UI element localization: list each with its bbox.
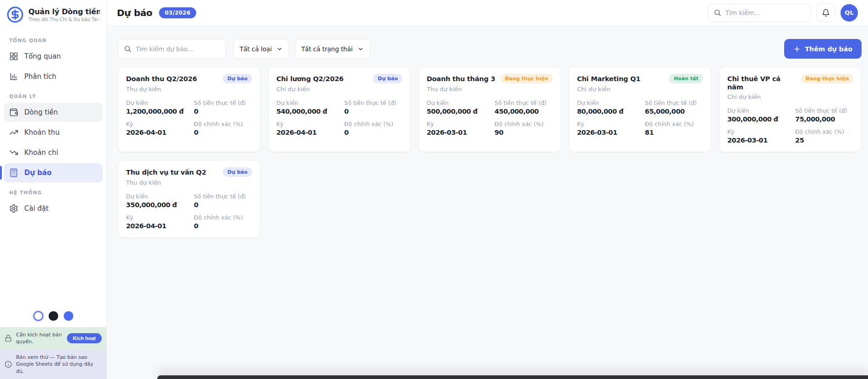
- expected-value: 300,000,000 đ: [727, 115, 792, 123]
- actual-value: 75,000,000: [795, 115, 853, 123]
- expected-label: Dự kiến: [126, 193, 191, 200]
- forecast-card[interactable]: Thu dịch vụ tư vấn Q2 Dự báo Thu dự kiến…: [118, 160, 260, 238]
- bar-chart-icon: [9, 72, 18, 81]
- grid-icon: [9, 52, 18, 61]
- forecast-card[interactable]: Chi lương Q2/2026 Dự báo Chi dự kiến Dự …: [268, 66, 411, 152]
- forecast-card[interactable]: Doanh thu Q2/2026 Dự báo Thu dự kiến Dự …: [118, 66, 260, 152]
- forecast-search-input[interactable]: [136, 45, 220, 53]
- chevron-down-icon: [276, 46, 283, 52]
- theme-swatch-dark[interactable]: [49, 311, 58, 321]
- forecast-card-title: Chi Marketing Q1: [577, 74, 640, 83]
- forecast-card-subtitle: Thu dự kiến: [126, 86, 252, 93]
- calculator-icon: [9, 168, 18, 177]
- search-icon: [714, 9, 721, 16]
- add-forecast-button-label: Thêm dự báo: [805, 45, 852, 53]
- sidebar-item-label: Dự báo: [24, 169, 52, 177]
- forecast-card[interactable]: Doanh thu tháng 3 Đang thực hiện Thu dự …: [418, 66, 561, 152]
- app-title: Quản lý Dòng tiền: [28, 7, 100, 16]
- sidebar-item-label: Khoản thu: [24, 128, 60, 137]
- sidebar-item-dong-tien[interactable]: Dòng tiền: [4, 103, 103, 122]
- forecast-card-title: Thu dịch vụ tư vấn Q2: [126, 167, 206, 176]
- period-badge: 03/2026: [159, 7, 197, 18]
- accuracy-value: 0: [194, 129, 252, 136]
- status-filter-select[interactable]: Tất cả trạng thái: [295, 39, 370, 59]
- background-window-edge: [157, 375, 868, 379]
- sidebar-item-tong-quan[interactable]: Tổng quan: [4, 47, 103, 66]
- accuracy-label: Độ chính xác (%): [194, 121, 252, 127]
- type-filter-value: Tất cả loại: [240, 45, 272, 53]
- forecast-status-badge: Hoàn tất: [669, 74, 703, 83]
- actual-value: 0: [194, 201, 252, 209]
- period-value: 2026-04-01: [126, 129, 191, 136]
- activate-button[interactable]: Kích hoạt: [67, 333, 102, 343]
- forecast-card-subtitle: Chi dự kiến: [276, 86, 402, 93]
- period-value: 2026-03-01: [727, 137, 792, 144]
- period-label: Kỳ: [427, 121, 492, 127]
- actual-value: 65,000,000: [645, 108, 703, 115]
- sidebar-item-khoan-thu[interactable]: Khoản thu: [4, 123, 103, 142]
- period-label: Kỳ: [727, 128, 792, 135]
- expected-value: 350,000,000 đ: [126, 201, 191, 209]
- accuracy-value: 90: [494, 129, 553, 136]
- page-title: Dự báo: [117, 7, 153, 18]
- forecast-status-badge: Dự báo: [223, 167, 252, 177]
- global-search-input[interactable]: [725, 9, 805, 16]
- theme-swatch-light[interactable]: [33, 311, 43, 321]
- actual-label: Số tiền thực tế (đ): [795, 107, 853, 114]
- wallet-icon: [9, 108, 18, 117]
- period-label: Kỳ: [577, 121, 642, 127]
- forecast-card-title: Doanh thu Q2/2026: [126, 74, 197, 83]
- app-window: Quản lý Dòng tiền Theo dõi Thu Chi & Dự …: [0, 0, 868, 379]
- forecast-status-badge: Đang thực hiện: [801, 74, 853, 83]
- sidebar-item-cai-dat[interactable]: Cài đặt: [4, 199, 103, 218]
- sidebar-item-label: Dòng tiền: [24, 108, 58, 116]
- info-icon: [5, 361, 12, 368]
- dollar-circle-logo-icon: [6, 6, 24, 23]
- accuracy-label: Độ chính xác (%): [494, 121, 553, 127]
- forecast-card-subtitle: Chi dự kiến: [727, 93, 853, 100]
- type-filter-select[interactable]: Tất cả loại: [233, 39, 289, 59]
- expected-value: 1,200,000,000 đ: [126, 108, 191, 115]
- sidebar-item-du-bao[interactable]: Dự báo: [4, 163, 103, 182]
- trending-down-icon: [9, 148, 18, 157]
- accuracy-label: Độ chính xác (%): [344, 121, 402, 127]
- top-header: Dự báo 03/2026 QL: [107, 0, 868, 26]
- lock-icon: [5, 335, 12, 342]
- actual-label: Số tiền thực tế (đ): [194, 99, 252, 106]
- brand: Quản lý Dòng tiền Theo dõi Thu Chi & Dự …: [0, 0, 106, 28]
- notifications-button[interactable]: [816, 3, 835, 22]
- period-label: Kỳ: [126, 214, 191, 221]
- content-area: Tất cả loại Tất cả trạng thái Thêm dự bá…: [107, 26, 868, 379]
- accuracy-value: 25: [795, 137, 853, 144]
- expected-value: 540,000,000 đ: [276, 108, 341, 115]
- forecast-card[interactable]: Chi Marketing Q1 Hoàn tất Chi dự kiến Dự…: [569, 66, 711, 152]
- plus-icon: [793, 45, 801, 53]
- period-label: Kỳ: [276, 121, 341, 127]
- toolbar: Tất cả loại Tất cả trạng thái Thêm dự bá…: [118, 39, 862, 59]
- license-notice: Cần kích hoạt bản quyền. Kích hoạt: [0, 327, 106, 350]
- add-forecast-button[interactable]: Thêm dự báo: [784, 39, 862, 59]
- expected-label: Dự kiến: [727, 107, 792, 114]
- sidebar-item-phan-tich[interactable]: Phân tích: [4, 67, 103, 86]
- theme-swatches: [0, 307, 106, 327]
- section-title-system: HỆ THỐNG: [4, 190, 103, 195]
- forecast-status-badge: Dự báo: [223, 74, 252, 83]
- user-avatar[interactable]: QL: [841, 4, 858, 22]
- sidebar-nav: TỔNG QUAN Tổng quan Phân tích QUẢN LÝ Dò…: [0, 28, 106, 219]
- actual-label: Số tiền thực tế (đ): [194, 193, 252, 200]
- accuracy-value: 0: [344, 129, 402, 136]
- main-area: Dự báo 03/2026 QL Tất cả l: [107, 0, 868, 379]
- expected-label: Dự kiến: [577, 99, 642, 106]
- expected-label: Dự kiến: [276, 99, 341, 106]
- accuracy-value: 81: [645, 129, 703, 136]
- period-value: 2026-04-01: [126, 222, 191, 230]
- period-label: Kỳ: [126, 121, 191, 127]
- theme-swatch-blue[interactable]: [64, 311, 73, 321]
- actual-value: 0: [344, 108, 402, 115]
- sidebar-item-khoan-chi[interactable]: Khoản chi: [4, 143, 103, 162]
- forecast-card-title: Chi lương Q2/2026: [276, 74, 344, 83]
- sidebar-item-label: Khoản chi: [24, 148, 58, 157]
- expected-value: 500,000,000 đ: [427, 108, 492, 115]
- accuracy-label: Độ chính xác (%): [645, 121, 703, 127]
- forecast-card[interactable]: Chi thuê VP cả năm Đang thực hiện Chi dự…: [719, 66, 862, 152]
